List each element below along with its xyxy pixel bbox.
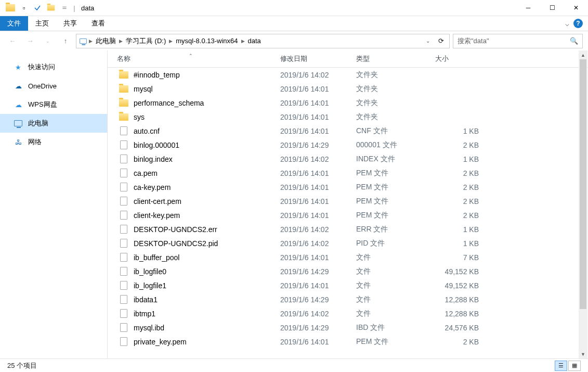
network-icon: 🖧 [14, 137, 23, 147]
folder-icon [119, 71, 128, 79]
sidebar-item-wps[interactable]: ☁ WPS网盘 [0, 95, 107, 114]
large-icons-view-button[interactable]: ▦ [568, 361, 581, 371]
file-type: 文件 [356, 295, 435, 304]
table-row[interactable]: ib_logfile02019/1/6 14:29文件49,152 KB [108, 264, 588, 278]
chevron-right-icon[interactable]: ▶ [240, 39, 246, 44]
table-row[interactable]: private_key.pem2019/1/6 14:01PEM 文件2 KB [108, 335, 588, 349]
column-header-type[interactable]: 类型 [356, 54, 435, 63]
chevron-right-icon[interactable]: ▶ [88, 39, 94, 44]
address-dropdown-icon[interactable]: ⌄ [423, 38, 433, 44]
cloud-icon: ☁ [14, 81, 23, 91]
help-icon[interactable]: ? [573, 19, 583, 28]
file-icon [120, 337, 127, 346]
chevron-right-icon[interactable]: ▶ [168, 39, 174, 44]
table-row[interactable]: DESKTOP-UGNDCS2.err2019/1/6 14:02ERR 文件1… [108, 222, 588, 236]
table-row[interactable]: mysql.ibd2019/1/6 14:29IBD 文件24,576 KB [108, 320, 588, 335]
sidebar-item-label: 网络 [28, 137, 42, 147]
table-row[interactable]: client-key.pem2019/1/6 14:01PEM 文件2 KB [108, 208, 588, 222]
recent-dropdown[interactable]: ⌄ [41, 34, 55, 48]
file-list[interactable]: #innodb_temp2019/1/6 14:02文件夹mysql2019/1… [108, 68, 588, 358]
search-icon[interactable]: 🔍 [570, 37, 578, 45]
table-row[interactable]: ibdata12019/1/6 14:29文件12,288 KB [108, 292, 588, 306]
tab-file[interactable]: 文件 [0, 16, 28, 31]
sidebar-item-this-pc[interactable]: 此电脑 [0, 114, 107, 133]
table-row[interactable]: ibtmp12019/1/6 14:02文件12,288 KB [108, 306, 588, 320]
file-size: 1 KB [435, 155, 482, 163]
file-name: ca-key.pem [134, 183, 171, 191]
file-size: 2 KB [435, 197, 482, 206]
refresh-button[interactable]: ⟳ [435, 37, 447, 45]
table-row[interactable]: ib_buffer_pool2019/1/6 14:01文件7 KB [108, 250, 588, 264]
column-header-date[interactable]: 修改日期 [280, 54, 356, 63]
breadcrumb[interactable]: 此电脑 [94, 34, 118, 48]
table-row[interactable]: binlog.index2019/1/6 14:02INDEX 文件1 KB [108, 152, 588, 166]
table-row[interactable]: performance_schema2019/1/6 14:01文件夹 [108, 96, 588, 110]
table-row[interactable]: mysql2019/1/6 14:01文件夹 [108, 82, 588, 96]
qat-item-2[interactable] [45, 2, 57, 14]
window-title: data [78, 4, 94, 12]
back-button[interactable]: ← [5, 34, 20, 48]
sidebar-item-quick-access[interactable]: ★ 快速访问 [0, 58, 107, 76]
file-date: 2019/1/6 14:02 [280, 239, 356, 248]
close-button[interactable]: ✕ [564, 0, 588, 16]
qat-item[interactable]: ▫ [18, 2, 30, 14]
file-name: #innodb_temp [134, 71, 180, 79]
maximize-button[interactable]: ☐ [540, 0, 564, 16]
file-size: 49,152 KB [435, 267, 482, 276]
table-row[interactable]: ca-key.pem2019/1/6 14:01PEM 文件2 KB [108, 180, 588, 194]
file-icon [120, 169, 127, 177]
column-headers: 名称⌃ 修改日期 类型 大小 [108, 50, 588, 68]
folder-icon [119, 113, 128, 121]
folder-icon[interactable] [4, 2, 17, 14]
file-type: ERR 文件 [356, 225, 435, 234]
table-row[interactable]: client-cert.pem2019/1/6 14:01PEM 文件2 KB [108, 194, 588, 208]
file-icon [120, 239, 127, 248]
file-name: mysql.ibd [134, 324, 164, 332]
table-row[interactable]: ca.pem2019/1/6 14:01PEM 文件2 KB [108, 166, 588, 180]
chevron-right-icon[interactable]: ▶ [118, 39, 124, 44]
column-header-name[interactable]: 名称⌃ [108, 54, 280, 63]
table-row[interactable]: ib_logfile12019/1/6 14:01文件49,152 KB [108, 278, 588, 292]
table-row[interactable]: #innodb_temp2019/1/6 14:02文件夹 [108, 68, 588, 82]
file-type: 000001 文件 [356, 140, 435, 150]
sidebar-item-onedrive[interactable]: ☁ OneDrive [0, 76, 107, 95]
qat-check-icon[interactable] [31, 2, 44, 14]
tab-share[interactable]: 共享 [56, 16, 84, 31]
table-row[interactable]: DESKTOP-UGNDCS2.pid2019/1/6 14:02PID 文件1… [108, 236, 588, 250]
file-icon [120, 253, 127, 262]
file-type: PEM 文件 [356, 211, 435, 220]
breadcrumb[interactable]: data [246, 34, 263, 48]
sidebar-item-network[interactable]: 🖧 网络 [0, 133, 107, 151]
scroll-down-button[interactable]: ▼ [579, 350, 587, 358]
qat-dropdown-icon[interactable]: ＝ [58, 2, 71, 14]
file-size: 2 KB [435, 169, 482, 177]
file-icon [120, 140, 127, 149]
column-header-size[interactable]: 大小 [435, 54, 482, 63]
file-date: 2019/1/6 14:01 [280, 211, 356, 220]
forward-button[interactable]: → [23, 34, 37, 48]
search-input[interactable]: 搜索"data" 🔍 [453, 34, 583, 48]
file-type: PEM 文件 [356, 183, 435, 192]
tab-view[interactable]: 查看 [84, 16, 112, 31]
ribbon-expand-icon[interactable]: ⌵ [565, 20, 569, 28]
file-type: PEM 文件 [356, 337, 435, 347]
file-date: 2019/1/6 14:01 [280, 281, 356, 290]
scroll-thumb[interactable] [580, 59, 586, 309]
minimize-button[interactable]: ─ [516, 0, 540, 16]
vertical-scrollbar[interactable]: ▲ ▼ [579, 50, 587, 358]
table-row[interactable]: sys2019/1/6 14:01文件夹 [108, 110, 588, 124]
file-icon [120, 183, 127, 191]
breadcrumb[interactable]: 学习工具 (D:) [124, 34, 168, 48]
table-row[interactable]: auto.cnf2019/1/6 14:01CNF 文件1 KB [108, 124, 588, 138]
file-icon [120, 225, 127, 234]
scroll-up-button[interactable]: ▲ [579, 50, 587, 59]
tab-home[interactable]: 主页 [28, 16, 56, 31]
address-bar[interactable]: ▶ 此电脑 ▶ 学习工具 (D:) ▶ mysql-8.0.13-winx64 … [76, 34, 450, 48]
table-row[interactable]: binlog.0000012019/1/6 14:29000001 文件2 KB [108, 138, 588, 152]
breadcrumb[interactable]: mysql-8.0.13-winx64 [174, 34, 240, 48]
file-date: 2019/1/6 14:01 [280, 85, 356, 93]
file-name: ib_logfile0 [134, 267, 166, 276]
file-type: PEM 文件 [356, 169, 435, 178]
details-view-button[interactable]: ☰ [555, 361, 567, 371]
up-button[interactable]: ↑ [58, 34, 73, 48]
